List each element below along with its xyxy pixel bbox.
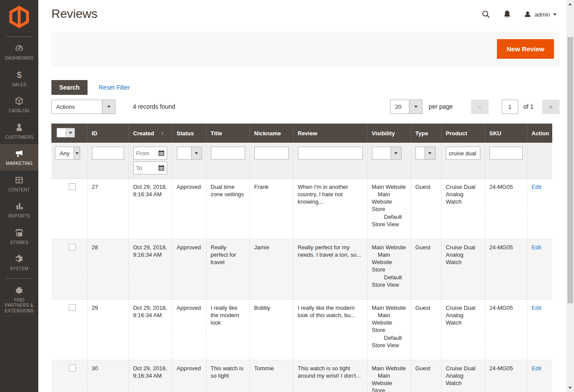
dashboard-icon <box>1 44 37 54</box>
edit-link[interactable]: Edit <box>532 244 541 251</box>
any-filter-dropdown[interactable]: Any <box>55 147 80 160</box>
sidebar-item-find-partners[interactable]: FIND PARTNERS & EXTENSIONS <box>0 281 38 318</box>
col-header-nickname[interactable]: Nickname <box>250 124 293 143</box>
search-icon[interactable] <box>481 10 491 19</box>
col-header-status[interactable]: Status <box>172 124 206 143</box>
col-header-type[interactable]: Type <box>411 124 441 143</box>
system-icon <box>1 254 37 265</box>
actions-dropdown-value: Actions <box>52 100 102 114</box>
col-header-visibility[interactable]: Visibility <box>367 124 411 143</box>
cell-title: This watch is so tight <box>206 360 250 392</box>
table-row: 28 Oct 29, 2018, 9:16:34 AM Approved Rea… <box>51 239 552 300</box>
col-header-created[interactable]: Created↑ <box>128 124 172 143</box>
new-review-button[interactable]: New Review <box>497 39 554 59</box>
title-filter-input[interactable] <box>211 147 245 160</box>
sidebar-item-marketing[interactable]: MARKETING <box>0 144 38 171</box>
col-header-title[interactable]: Title <box>206 124 250 143</box>
cell-sku: 24-MG05 <box>485 300 527 360</box>
sidebar-item-reports[interactable]: REPORTS <box>0 197 38 223</box>
sku-filter-input[interactable] <box>490 147 523 160</box>
records-found-text: 4 records found <box>133 103 175 110</box>
row-checkbox[interactable] <box>69 304 76 311</box>
sidebar-item-customers[interactable]: CUSTOMERS <box>0 118 38 144</box>
cell-visibility: Main Website Main Website Store Default … <box>367 179 411 239</box>
scroll-down-icon[interactable] <box>568 387 572 389</box>
sidebar-item-dashboard[interactable]: DASHBOARD <box>0 39 38 65</box>
calendar-icon[interactable] <box>158 149 165 158</box>
cell-visibility: Main Website Main Website Store Default … <box>367 300 411 360</box>
reset-filter-link[interactable]: Reset Filter <box>99 84 130 91</box>
per-page-value: 20 <box>391 100 409 114</box>
cell-sku: 24-MG05 <box>485 179 527 239</box>
chevron-down-icon <box>191 147 202 159</box>
cell-status: Approved <box>172 300 206 360</box>
id-filter-input[interactable] <box>92 147 124 160</box>
sidebar-item-content[interactable]: CONTENT <box>0 171 38 197</box>
table-row: 30 Oct 29, 2018, 9:16:34 AM Approved Thi… <box>51 360 552 392</box>
row-checkbox[interactable] <box>69 244 76 251</box>
per-page-dropdown[interactable]: 20 <box>390 100 422 114</box>
grid-filter-row: Any <box>51 143 552 179</box>
review-filter-input[interactable] <box>298 147 363 160</box>
calendar-icon[interactable] <box>158 164 165 173</box>
next-page-button[interactable]: > <box>542 100 560 114</box>
edit-link[interactable]: Edit <box>532 184 541 190</box>
select-all-dropdown[interactable] <box>57 128 75 137</box>
edit-link[interactable]: Edit <box>532 365 541 372</box>
stores-icon <box>1 228 37 238</box>
sidebar-item-label: CUSTOMERS <box>1 135 37 141</box>
sales-icon: $ <box>1 70 37 80</box>
sidebar-item-stores[interactable]: STORES <box>0 223 38 250</box>
actions-dropdown[interactable]: Actions <box>51 100 115 114</box>
chevron-down-icon <box>553 13 557 16</box>
search-button[interactable]: Search <box>51 80 88 95</box>
nickname-filter-input[interactable] <box>254 147 289 160</box>
visibility-filter-dropdown[interactable] <box>372 147 402 160</box>
row-checkbox[interactable] <box>69 183 76 190</box>
col-header-sku[interactable]: SKU <box>485 124 527 143</box>
admin-account-menu[interactable]: admin <box>523 10 557 19</box>
created-from-input[interactable] <box>134 150 155 157</box>
cell-type: Guest <box>411 179 441 239</box>
previous-page-button[interactable]: < <box>471 100 489 114</box>
col-header-id[interactable]: ID <box>87 124 128 143</box>
extensions-icon <box>1 285 37 296</box>
sidebar-item-system[interactable]: SYSTEM <box>0 249 38 276</box>
created-to-input[interactable] <box>134 165 155 171</box>
cell-nickname: Frank <box>250 179 293 239</box>
col-header-review[interactable]: Review <box>293 124 367 143</box>
cell-created: Oct 29, 2018, 9:16:34 AM <box>128 239 172 300</box>
current-page-input[interactable] <box>502 100 518 114</box>
catalog-icon <box>1 96 37 107</box>
cell-nickname: Jamie <box>250 239 293 300</box>
sort-ascending-icon: ↑ <box>161 131 164 137</box>
select-all-checkbox[interactable] <box>57 128 66 137</box>
col-header-action: Action <box>527 124 552 143</box>
chevron-down-icon <box>66 128 74 137</box>
scroll-up-icon[interactable] <box>568 3 572 5</box>
created-to-field[interactable] <box>133 161 167 174</box>
grid-header-row: ID Created↑ Status Title Nickname Review… <box>51 124 552 143</box>
header-actions: admin <box>481 10 557 19</box>
scrollbar-thumb[interactable] <box>567 37 573 303</box>
vertical-scrollbar[interactable] <box>567 0 574 392</box>
sidebar-item-catalog[interactable]: CATALOG <box>0 91 38 118</box>
created-from-field[interactable] <box>133 147 167 160</box>
sidebar-divider <box>6 278 32 279</box>
row-checkbox[interactable] <box>69 365 76 372</box>
sidebar: DASHBOARD $ SALES CATALOG CUSTOMERS MARK… <box>0 0 38 392</box>
status-filter-dropdown[interactable] <box>177 147 202 160</box>
cell-type: Guest <box>411 300 441 360</box>
edit-link[interactable]: Edit <box>532 305 541 311</box>
chevron-down-icon <box>74 147 80 159</box>
sidebar-item-sales[interactable]: $ SALES <box>0 65 38 92</box>
product-filter-input[interactable] <box>446 147 480 160</box>
cell-created: Oct 29, 2018, 9:16:34 AM <box>128 300 172 360</box>
sidebar-item-label: MARKETING <box>1 161 37 167</box>
pagination: 20 per page < of 1 > <box>390 100 560 114</box>
magento-logo-icon[interactable] <box>9 0 29 34</box>
type-filter-dropdown[interactable] <box>415 147 436 160</box>
col-header-product[interactable]: Product <box>441 124 485 143</box>
cell-review: This watch is so tight around my wrist! … <box>293 360 367 392</box>
notifications-bell-icon[interactable] <box>503 10 511 19</box>
